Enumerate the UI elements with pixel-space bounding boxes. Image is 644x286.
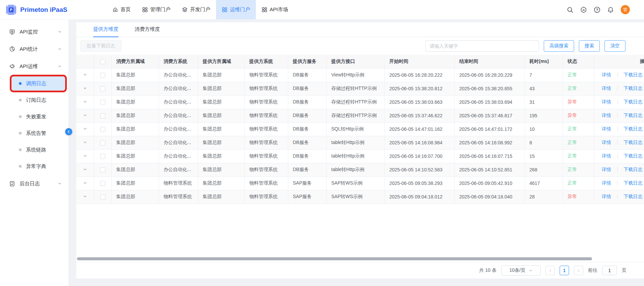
cell-provider-domain: 集团总部 (198, 163, 244, 176)
next-page-button[interactable] (574, 266, 583, 275)
sidebar-subitem-fail-retry[interactable]: 失败重发 (11, 110, 65, 124)
divider (617, 154, 618, 158)
sidebar-subitem-system-alert[interactable]: 系统告警 (11, 126, 65, 140)
detail-link[interactable]: 详情 (602, 194, 611, 199)
sidebar-subitem-invoke-log[interactable]: 调用日志 (11, 76, 65, 91)
sidebar-item-label: API统计 (20, 46, 38, 52)
cell-actions: 详情下载日志 (594, 190, 644, 204)
detail-link[interactable]: 详情 (602, 180, 611, 186)
notification-icon[interactable] (607, 6, 614, 13)
sidebar-subitem-exception-dict[interactable]: 异常字典 (11, 159, 65, 173)
status-badge: 正常 (563, 163, 594, 176)
download-log-link[interactable]: 下载日志 (624, 140, 643, 145)
chevron-down-icon[interactable] (83, 140, 87, 144)
topbar-actions: AI?管 (567, 5, 644, 14)
cell-end-time: 2025-06-05 14:16:07.715 (454, 149, 525, 163)
cell-consumer-domain: 集团总部 (111, 190, 159, 204)
detail-link[interactable]: 详情 (602, 86, 611, 91)
row-checkbox[interactable] (100, 113, 105, 118)
chevron-down-icon[interactable] (83, 167, 87, 171)
row-checkbox[interactable] (100, 167, 105, 172)
chevron-down-icon[interactable] (83, 100, 87, 104)
page-size-select[interactable]: 10条/页 (501, 265, 541, 276)
cell-provider-api: 存储过程转HTTP示例 (326, 109, 384, 122)
horizontal-scrollbar[interactable] (77, 257, 592, 260)
detail-link[interactable]: 详情 (602, 99, 611, 104)
download-log-link[interactable]: 下载日志 (624, 194, 643, 199)
sidebar-item-api-ops[interactable]: API运维 (0, 58, 69, 74)
download-log-link[interactable]: 下载日志 (624, 167, 643, 172)
chevron-down-icon[interactable] (83, 113, 87, 117)
row-select-cell (94, 149, 111, 163)
detail-link[interactable]: 详情 (602, 126, 611, 132)
chevron-down-icon[interactable] (83, 194, 87, 198)
chevron-down-icon[interactable] (83, 181, 87, 185)
select-all-checkbox[interactable] (100, 59, 105, 64)
ai-assistant-icon[interactable]: AI (580, 6, 587, 13)
row-checkbox[interactable] (100, 86, 105, 91)
download-log-link[interactable]: 下载日志 (624, 126, 643, 132)
detail-link[interactable]: 详情 (602, 167, 611, 172)
row-checkbox[interactable] (100, 73, 105, 78)
search-icon[interactable] (567, 6, 573, 13)
row-select-cell (94, 68, 111, 82)
status-badge: 异常 (563, 95, 594, 109)
table-header-row: 消费方所属域消费方系统提供方所属域提供方系统提供方服务提供方接口开始时间结束时间… (76, 55, 644, 68)
chevron-down-icon[interactable] (83, 86, 87, 90)
detail-link[interactable]: 详情 (602, 153, 611, 159)
sidebar-subitem-subscribe-log[interactable]: 订阅日志 (11, 93, 65, 107)
cell-provider-domain: 集团总部 (198, 82, 244, 95)
divider (617, 167, 618, 172)
cell-provider-domain: 集团总部 (198, 149, 244, 163)
page-size-value: 10条/页 (509, 267, 525, 273)
download-log-link[interactable]: 下载日志 (624, 99, 643, 104)
nav-item-admin-portal[interactable]: 管理门户 (136, 0, 176, 19)
chevron-down-icon[interactable] (83, 154, 87, 158)
nav-item-home[interactable]: 首页 (107, 0, 136, 19)
download-log-link[interactable]: 下载日志 (624, 86, 643, 91)
detail-link[interactable]: 详情 (602, 140, 611, 145)
row-checkbox[interactable] (100, 100, 105, 105)
chevron-down-icon[interactable] (83, 127, 87, 131)
row-checkbox[interactable] (100, 194, 105, 199)
nav-item-api-market[interactable]: API市场 (256, 0, 294, 19)
download-log-link[interactable]: 下载日志 (624, 180, 643, 186)
batch-download-button[interactable]: 批量下载日志 (80, 40, 122, 52)
chevron-down-icon[interactable] (83, 73, 87, 77)
expander-cell (76, 176, 94, 190)
row-checkbox[interactable] (100, 127, 105, 132)
sidebar-item-api-stats[interactable]: API统计 (0, 41, 69, 57)
cell-provider-api: 存储过程转HTTP示例 (326, 82, 384, 95)
download-log-link[interactable]: 下载日志 (624, 113, 643, 118)
keyword-input[interactable] (425, 40, 539, 52)
advanced-search-button[interactable]: 高级搜索 (544, 40, 574, 52)
sidebar-subitem-system-trace[interactable]: 系统链路 (11, 143, 65, 157)
help-icon[interactable]: ? (594, 6, 600, 13)
detail-link[interactable]: 详情 (602, 72, 611, 77)
table-body: 集团总部办公自动化...集团总部物料管理系统DB服务View转Http示例202… (76, 68, 644, 204)
row-checkbox[interactable] (100, 140, 105, 145)
nav-item-dev-portal[interactable]: 开发门户 (176, 0, 216, 19)
current-page[interactable]: 1 (560, 266, 569, 275)
prev-page-button[interactable] (545, 266, 555, 275)
avatar[interactable]: 管 (621, 5, 630, 14)
sidebar-item-api-monitor[interactable]: API监控 (0, 24, 69, 40)
goto-page-input[interactable] (602, 266, 617, 275)
clear-button[interactable]: 清空 (605, 40, 625, 52)
download-log-link[interactable]: 下载日志 (624, 72, 643, 77)
sidebar-collapse-toggle[interactable] (65, 128, 72, 135)
search-button[interactable]: 搜索 (579, 40, 600, 52)
bullet-dot-icon (19, 132, 22, 135)
tab-consumer-dimension[interactable]: 消费方维度 (135, 26, 160, 37)
tab-provider-dimension[interactable]: 提供方维度 (93, 26, 118, 37)
detail-link[interactable]: 详情 (602, 113, 611, 118)
row-checkbox[interactable] (100, 181, 105, 186)
status-badge: 正常 (563, 176, 594, 190)
download-log-link[interactable]: 下载日志 (624, 153, 643, 159)
sidebar-item-backend-log[interactable]: 后台日志 (0, 176, 69, 191)
pagination: 共 10 条 10条/页 1 前往 页 (76, 262, 644, 279)
row-checkbox[interactable] (100, 154, 105, 159)
nav-item-ops-portal[interactable]: 运维门户 (216, 0, 256, 19)
expander-cell (76, 136, 94, 149)
table-row: 集团总部办公自动化...集团总部物料管理系统DB服务table转Http示例20… (76, 136, 644, 149)
